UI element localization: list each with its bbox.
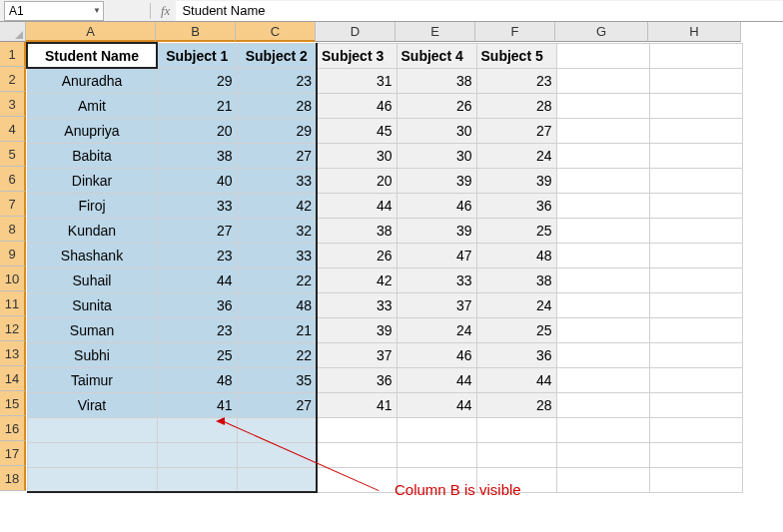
cell-16-E[interactable]: [396, 417, 476, 442]
cell-11-E[interactable]: 37: [396, 292, 476, 317]
cell-4-F[interactable]: 27: [476, 118, 556, 143]
cell-13-B[interactable]: 25: [157, 342, 237, 367]
cell-14-G[interactable]: [556, 367, 649, 392]
cell-2-F[interactable]: 23: [476, 68, 556, 93]
row-header-12[interactable]: 12: [0, 316, 26, 341]
cell-7-H[interactable]: [649, 193, 742, 218]
cell-8-D[interactable]: 38: [317, 218, 396, 243]
cell-1-H[interactable]: [649, 43, 742, 68]
cell-14-E[interactable]: 44: [396, 367, 476, 392]
cell-7-D[interactable]: 44: [317, 193, 396, 218]
cell-7-A[interactable]: Firoj: [27, 193, 157, 218]
cell-7-E[interactable]: 46: [396, 193, 476, 218]
cell-9-E[interactable]: 47: [396, 243, 476, 267]
cell-8-E[interactable]: 39: [396, 218, 476, 243]
col-header-D[interactable]: D: [316, 22, 395, 42]
row-header-9[interactable]: 9: [0, 242, 26, 266]
cell-1-C[interactable]: Subject 2: [237, 43, 317, 68]
cell-7-F[interactable]: 36: [476, 193, 556, 218]
row-header-15[interactable]: 15: [0, 391, 26, 416]
row-header-14[interactable]: 14: [0, 366, 26, 391]
cell-13-G[interactable]: [556, 342, 649, 367]
cell-14-A[interactable]: Taimur: [27, 367, 157, 392]
row-header-17[interactable]: 17: [0, 441, 26, 466]
cell-8-A[interactable]: Kundan: [27, 218, 157, 243]
cell-17-F[interactable]: [476, 442, 556, 467]
cell-12-F[interactable]: 25: [476, 317, 556, 342]
cell-5-B[interactable]: 38: [157, 143, 237, 168]
cell-4-B[interactable]: 20: [157, 118, 237, 143]
cell-5-C[interactable]: 27: [237, 143, 317, 168]
row-header-1[interactable]: 1: [0, 42, 26, 67]
cell-15-A[interactable]: Virat: [27, 392, 157, 417]
cell-18-B[interactable]: [157, 467, 237, 492]
cell-6-F[interactable]: 39: [476, 168, 556, 193]
cell-7-G[interactable]: [556, 193, 649, 218]
cell-6-E[interactable]: 39: [396, 168, 476, 193]
row-header-2[interactable]: 2: [0, 67, 26, 92]
cell-8-H[interactable]: [649, 218, 742, 243]
cell-3-G[interactable]: [556, 93, 649, 118]
cell-15-D[interactable]: 41: [317, 392, 396, 417]
cell-12-G[interactable]: [556, 317, 649, 342]
cell-14-H[interactable]: [649, 367, 742, 392]
cell-12-A[interactable]: Suman: [27, 317, 157, 342]
cell-2-C[interactable]: 23: [237, 68, 317, 93]
cell-5-D[interactable]: 30: [317, 143, 396, 168]
cell-3-E[interactable]: 26: [396, 93, 476, 118]
cell-18-C[interactable]: [237, 467, 317, 492]
cell-11-C[interactable]: 48: [237, 292, 317, 317]
cell-13-H[interactable]: [649, 342, 742, 367]
row-header-7[interactable]: 7: [0, 192, 26, 217]
cell-10-C[interactable]: 22: [237, 267, 317, 292]
cell-10-E[interactable]: 33: [396, 267, 476, 292]
cell-15-G[interactable]: [556, 392, 649, 417]
dropdown-icon[interactable]: ▼: [93, 6, 101, 15]
row-header-16[interactable]: 16: [0, 416, 26, 441]
cell-9-G[interactable]: [556, 243, 649, 267]
cell-5-H[interactable]: [649, 143, 742, 168]
select-all-corner[interactable]: [0, 22, 26, 42]
cell-10-B[interactable]: 44: [157, 267, 237, 292]
cell-8-C[interactable]: 32: [237, 218, 317, 243]
cell-1-B[interactable]: Subject 1: [157, 43, 237, 68]
cell-17-G[interactable]: [556, 442, 649, 467]
cell-12-B[interactable]: 23: [157, 317, 237, 342]
cell-4-G[interactable]: [556, 118, 649, 143]
cell-1-A[interactable]: Student Name: [27, 43, 157, 68]
cell-15-E[interactable]: 44: [396, 392, 476, 417]
cell-4-D[interactable]: 45: [317, 118, 396, 143]
cell-14-D[interactable]: 36: [317, 367, 396, 392]
cell-12-C[interactable]: 21: [237, 317, 317, 342]
cell-8-F[interactable]: 25: [476, 218, 556, 243]
cell-4-E[interactable]: 30: [396, 118, 476, 143]
cell-11-F[interactable]: 24: [476, 292, 556, 317]
cell-17-E[interactable]: [396, 442, 476, 467]
row-header-3[interactable]: 3: [0, 92, 26, 117]
col-header-A[interactable]: A: [26, 22, 156, 42]
cell-12-E[interactable]: 24: [396, 317, 476, 342]
cell-16-G[interactable]: [556, 417, 649, 442]
cell-15-B[interactable]: 41: [157, 392, 237, 417]
cell-10-F[interactable]: 38: [476, 267, 556, 292]
col-header-H[interactable]: H: [648, 22, 741, 42]
cell-5-F[interactable]: 24: [476, 143, 556, 168]
col-header-F[interactable]: F: [475, 22, 555, 42]
cell-6-G[interactable]: [556, 168, 649, 193]
cell-16-H[interactable]: [649, 417, 742, 442]
cell-3-H[interactable]: [649, 93, 742, 118]
cell-15-H[interactable]: [649, 392, 742, 417]
col-header-G[interactable]: G: [555, 22, 648, 42]
cell-18-H[interactable]: [649, 467, 742, 492]
cell-14-B[interactable]: 48: [157, 367, 237, 392]
row-header-4[interactable]: 4: [0, 117, 26, 142]
cell-1-D[interactable]: Subject 3: [317, 43, 396, 68]
cell-3-B[interactable]: 21: [157, 93, 237, 118]
cell-11-G[interactable]: [556, 292, 649, 317]
cell-3-A[interactable]: Amit: [27, 93, 157, 118]
cell-4-C[interactable]: 29: [237, 118, 317, 143]
cell-17-D[interactable]: [317, 442, 396, 467]
cell-10-D[interactable]: 42: [317, 267, 396, 292]
cell-9-D[interactable]: 26: [317, 243, 396, 267]
row-header-10[interactable]: 10: [0, 266, 26, 291]
